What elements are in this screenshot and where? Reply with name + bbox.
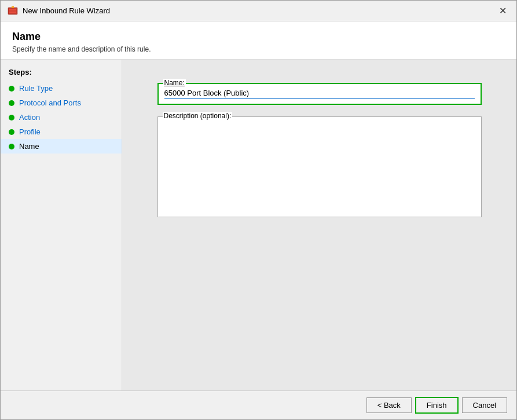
step-dot-name	[9, 144, 14, 149]
svg-rect-2	[9, 10, 16, 12]
step-dot-rule-type	[9, 86, 14, 92]
description-field-wrapper: Description (optional):	[157, 116, 482, 217]
name-underline-char: N	[164, 79, 170, 87]
dialog-body: Steps: Rule Type Protocol and Ports Acti…	[1, 60, 516, 390]
form-area: Name: Description (optional):	[157, 83, 482, 217]
step-dot-action	[9, 115, 14, 120]
sidebar-item-rule-type[interactable]: Rule Type	[1, 81, 122, 96]
description-field-label: Description (optional):	[163, 112, 233, 120]
name-field-label: Name:	[163, 79, 186, 87]
cancel-button[interactable]: Cancel	[462, 397, 507, 413]
title-bar: New Inbound Rule Wizard ✕	[1, 1, 516, 21]
sidebar-label-profile: Profile	[19, 127, 41, 136]
dialog-footer: < Back Finish Cancel	[1, 390, 516, 419]
sidebar-item-profile[interactable]: Profile	[1, 125, 122, 139]
step-dot-protocol-ports	[9, 100, 14, 106]
firewall-icon	[8, 6, 18, 16]
desc-label-text: Description (optional):	[164, 112, 232, 120]
main-content: Name: Description (optional):	[122, 60, 516, 390]
name-input[interactable]	[164, 87, 475, 99]
close-button[interactable]: ✕	[496, 4, 509, 18]
sidebar-label-action: Action	[19, 113, 40, 122]
title-bar-left: New Inbound Rule Wizard	[8, 6, 110, 16]
back-button[interactable]: < Back	[366, 397, 412, 413]
page-description: Specify the name and description of this…	[12, 45, 505, 53]
sidebar-item-name[interactable]: Name	[1, 139, 122, 154]
dialog-title: New Inbound Rule Wizard	[23, 6, 110, 15]
sidebar-label-protocol-ports: Protocol and Ports	[19, 98, 81, 107]
dialog-window: New Inbound Rule Wizard ✕ Name Specify t…	[0, 0, 517, 420]
name-label-text: Name:	[164, 79, 185, 87]
svg-rect-1	[9, 9, 16, 10]
sidebar-label-name: Name	[19, 142, 39, 151]
finish-button[interactable]: Finish	[415, 397, 459, 414]
page-heading: Name	[12, 31, 505, 43]
sidebar-item-protocol-ports[interactable]: Protocol and Ports	[1, 96, 122, 110]
steps-sidebar: Steps: Rule Type Protocol and Ports Acti…	[1, 60, 122, 390]
step-dot-profile	[9, 129, 14, 135]
name-field-wrapper: Name:	[157, 83, 482, 105]
sidebar-item-action[interactable]: Action	[1, 110, 122, 125]
dialog-header: Name Specify the name and description of…	[1, 21, 516, 60]
svg-rect-3	[9, 12, 16, 13]
svg-rect-4	[12, 6, 14, 8]
description-textarea[interactable]	[164, 120, 475, 210]
steps-label: Steps:	[1, 68, 122, 81]
sidebar-label-rule-type: Rule Type	[19, 84, 53, 93]
